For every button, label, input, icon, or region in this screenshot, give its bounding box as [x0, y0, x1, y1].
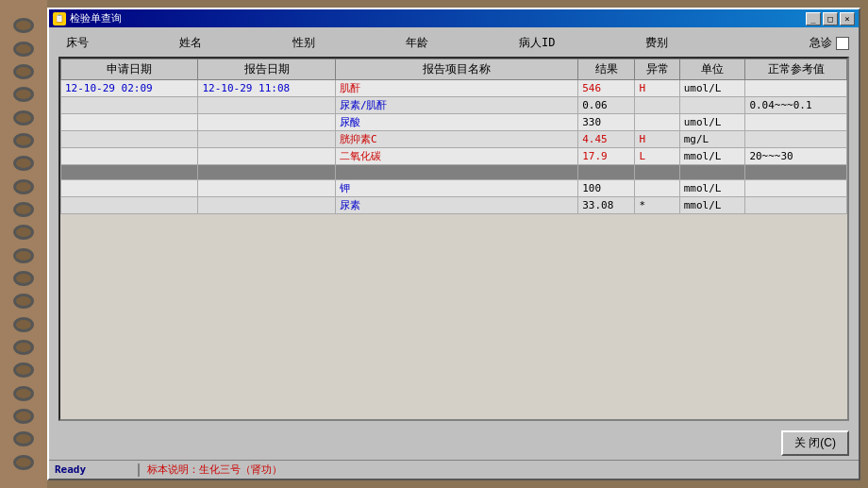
result-cell: 0.06	[578, 97, 635, 114]
result-cell: 33.08	[578, 197, 635, 214]
spiral-ring	[13, 431, 34, 446]
patient-id-value	[562, 37, 638, 50]
item-name-cell: 二氧化碳	[335, 148, 577, 165]
col-item-name: 报告项目名称	[335, 59, 577, 80]
unit-cell: mg/L	[679, 131, 745, 148]
table-row[interactable]: 胱抑素C4.45Hmg/L	[61, 131, 847, 148]
spiral-ring	[13, 225, 34, 240]
window-title: 检验单查询	[70, 11, 122, 25]
age-value	[436, 37, 511, 50]
report-date-cell	[198, 148, 335, 165]
spiral-ring	[13, 133, 34, 148]
gender-label: 性别	[285, 35, 323, 51]
abnormal-cell: *	[635, 197, 679, 214]
report-date-cell	[198, 197, 335, 214]
table-row[interactable]	[61, 165, 847, 180]
table-row[interactable]: 尿素33.08*mmol/L	[61, 197, 847, 214]
fee-label: 费别	[638, 35, 676, 51]
normal-range-cell	[745, 197, 847, 214]
main-window: 📋 检验单查询 _ □ × 床号 姓名 性别 年龄 病人ID	[47, 8, 860, 480]
col-result: 结果	[578, 59, 635, 80]
report-date-cell: 12-10-29 11:08	[198, 80, 335, 97]
report-date-cell	[198, 165, 335, 180]
table-header: 申请日期 报告日期 报告项目名称 结果 异常 单位 正常参考值	[61, 59, 847, 80]
unit-cell: mmol/L	[679, 197, 745, 214]
spiral-ring	[13, 156, 34, 171]
request-date-cell	[61, 114, 198, 131]
unit-cell: umol/L	[679, 80, 745, 97]
result-cell: 330	[578, 114, 635, 131]
table-row[interactable]: 12-10-29 02:0912-10-29 11:08肌酐546Humol/L	[61, 80, 847, 97]
spiral-ring	[13, 386, 34, 401]
item-name-cell: 胱抑素C	[335, 131, 577, 148]
report-date-cell	[198, 180, 335, 197]
col-report-date: 报告日期	[198, 59, 335, 80]
name-label: 姓名	[172, 35, 209, 51]
maximize-button[interactable]: □	[823, 12, 838, 25]
item-name-cell: 尿酸	[335, 114, 577, 131]
table-row[interactable]: 尿素/肌酐0.06 0.04~~~0.1	[61, 97, 847, 114]
request-date-cell	[61, 165, 198, 180]
unit-cell: mmol/L	[679, 180, 745, 197]
close-button[interactable]: ×	[840, 12, 855, 25]
normal-range-cell	[745, 80, 847, 97]
bed-value	[96, 37, 172, 50]
table-row[interactable]: 钾100 mmol/L	[61, 180, 847, 197]
request-date-cell	[61, 131, 198, 148]
normal-range-cell	[745, 131, 847, 148]
spiral-ring	[13, 409, 34, 424]
result-cell: 17.9	[578, 148, 635, 165]
name-value	[209, 37, 285, 50]
age-label: 年龄	[398, 35, 436, 51]
spiral-ring	[13, 18, 34, 33]
title-bar-text: 📋 检验单查询	[53, 11, 122, 25]
col-abnormal: 异常	[635, 59, 679, 80]
item-name-cell	[335, 165, 577, 180]
abnormal-cell: H	[635, 80, 679, 97]
request-date-cell	[61, 197, 198, 214]
col-unit: 单位	[679, 59, 745, 80]
result-cell: 546	[578, 80, 635, 97]
urgent-label: 急诊	[810, 35, 832, 51]
spiral-ring	[13, 271, 34, 286]
table-row[interactable]: 二氧化碳17.9Lmmol/L20~~~30	[61, 148, 847, 165]
result-cell	[578, 165, 635, 180]
window-container: 📋 检验单查询 _ □ × 床号 姓名 性别 年龄 病人ID	[47, 0, 868, 488]
abnormal-cell: H	[635, 131, 679, 148]
table-body: 12-10-29 02:0912-10-29 11:08肌酐546Humol/L…	[61, 80, 847, 214]
title-controls: _ □ ×	[806, 12, 855, 25]
spiral-ring	[13, 179, 34, 194]
col-normal-range: 正常参考值	[745, 59, 847, 80]
spiral-ring	[13, 64, 34, 79]
request-date-cell	[61, 97, 198, 114]
minimize-button[interactable]: _	[806, 12, 821, 25]
urgent-checkbox[interactable]	[836, 37, 849, 50]
spiral-ring	[13, 110, 34, 126]
table-row[interactable]: 尿酸330 umol/L	[61, 114, 847, 131]
result-cell: 4.45	[578, 131, 635, 148]
spiral-ring	[13, 455, 34, 470]
item-name-cell: 钾	[335, 180, 577, 197]
item-name-cell: 肌酐	[335, 80, 577, 97]
title-bar: 📋 检验单查询 _ □ ×	[49, 9, 859, 27]
normal-range-cell: 0.04~~~0.1	[745, 97, 847, 114]
close-dialog-button[interactable]: 关 闭(C)	[781, 430, 849, 456]
normal-range-cell: 20~~~30	[745, 148, 847, 165]
results-table: 申请日期 报告日期 报告项目名称 结果 异常 单位 正常参考值 12-10-29…	[60, 59, 847, 214]
request-date-cell	[61, 180, 198, 197]
item-name-cell: 尿素/肌酐	[335, 97, 577, 114]
patient-id-label: 病人ID	[511, 35, 562, 51]
bed-label: 床号	[58, 35, 96, 51]
normal-range-cell	[745, 180, 847, 197]
spiral-binding	[0, 0, 47, 488]
report-date-cell	[198, 131, 335, 148]
unit-cell	[679, 165, 745, 180]
footer-area: 关 闭(C)	[49, 427, 859, 460]
urgent-area: 急诊	[810, 35, 849, 51]
request-date-cell	[61, 148, 198, 165]
col-request-date: 申请日期	[61, 59, 198, 80]
spiral-ring	[13, 362, 34, 378]
data-table-container: 申请日期 报告日期 报告项目名称 结果 异常 单位 正常参考值 12-10-29…	[58, 57, 849, 421]
spiral-ring	[13, 202, 34, 217]
unit-cell: mmol/L	[679, 148, 745, 165]
